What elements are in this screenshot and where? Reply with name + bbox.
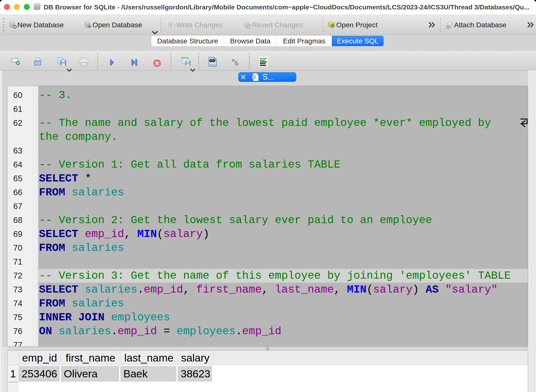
svg-text:a: a: [232, 57, 234, 63]
